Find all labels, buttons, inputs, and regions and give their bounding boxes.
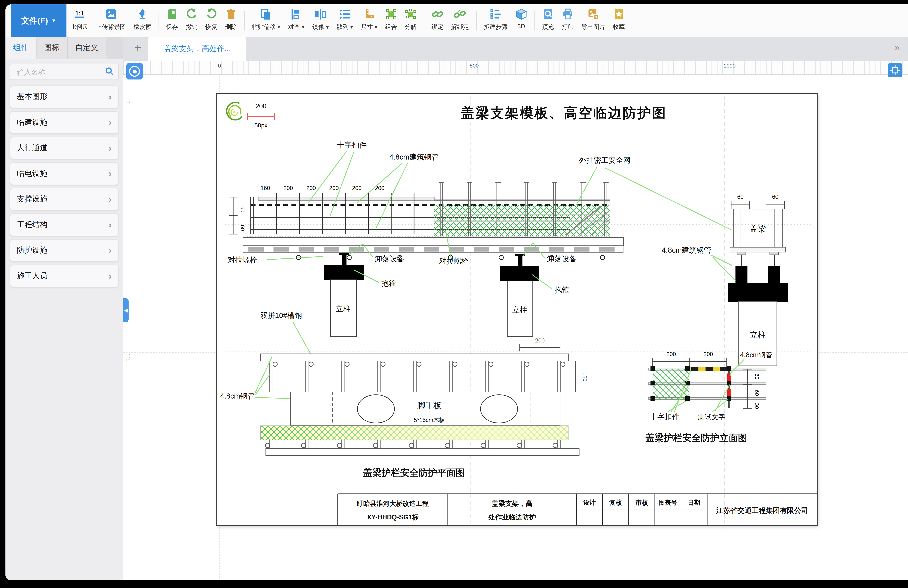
- search-input[interactable]: [16, 67, 100, 77]
- toolbar-button-label: 散列 ▾: [336, 23, 353, 31]
- ruler-mark: 0: [218, 63, 221, 69]
- chevron-right-icon: ›: [108, 168, 112, 180]
- add-tab-button[interactable]: +: [131, 42, 145, 56]
- svg-text:4.8cm建筑钢管: 4.8cm建筑钢管: [662, 246, 711, 254]
- pan-tool-button[interactable]: [126, 63, 143, 79]
- drawing-title: 盖梁支架模板、高空临边防护图: [461, 105, 667, 120]
- toolbar-button-bind[interactable]: 绑定: [428, 4, 447, 37]
- toolbar-button-scale-1-1[interactable]: 1:1比例尺: [66, 4, 92, 37]
- caret-down-icon: ▼: [51, 18, 56, 23]
- toolbar-button-label: 分解: [405, 23, 417, 31]
- chevron-right-icon: ›: [108, 194, 112, 205]
- toolbar-button-paste-offset[interactable]: 粘贴偏移 ▾: [248, 4, 284, 37]
- drawing-canvas[interactable]: 0 500 1000 0 500: [123, 61, 908, 580]
- detail-caption: 盖梁护栏安全防护立面图: [646, 433, 747, 443]
- export-image-icon: [587, 8, 599, 20]
- svg-text:200: 200: [256, 102, 266, 110]
- svg-text:图表号: 图表号: [658, 499, 677, 506]
- toolbar-button-undo[interactable]: 撤销: [182, 4, 201, 37]
- search-box[interactable]: [10, 64, 119, 80]
- svg-text:盖梁: 盖梁: [750, 224, 766, 233]
- file-menu-label: 文件(F): [21, 16, 48, 26]
- category-label: 工程结构: [17, 220, 47, 230]
- toolbar-separator: [424, 11, 424, 31]
- toolbar-button-label: 粘贴偏移 ▾: [252, 23, 280, 31]
- sidebar-tab-组件[interactable]: 组件: [5, 37, 37, 59]
- svg-text:60: 60: [240, 225, 246, 231]
- toolbar-button-label: 上传背景图: [96, 23, 126, 31]
- upload-image-icon: [105, 8, 117, 20]
- toolbar-button-label: 预览: [542, 23, 554, 31]
- svg-text:1:1: 1:1: [75, 10, 84, 17]
- sidebar-tab-自定义[interactable]: 自定义: [68, 37, 106, 59]
- svg-text:对拉螺栓: 对拉螺栓: [439, 257, 468, 265]
- dimension-icon: [363, 8, 375, 20]
- company-logo-icon: [223, 99, 248, 123]
- sidebar-category-施工人员[interactable]: 施工人员›: [10, 265, 119, 288]
- toolbar-button-label: 镜像 ▾: [312, 23, 329, 31]
- toolbar-button-label: 解绑定: [451, 23, 469, 31]
- toolbar-separator: [534, 11, 535, 31]
- svg-text:200: 200: [306, 185, 316, 191]
- toolbar-button-export-image[interactable]: 导出图片: [578, 4, 609, 37]
- toolbar-button-upload-image[interactable]: 上传背景图: [92, 4, 130, 37]
- fit-view-button[interactable]: [888, 63, 902, 77]
- toolbar-groups: 1:1比例尺上传背景图橡皮擦保存撤销恢复删除粘贴偏移 ▾对齐 ▾镜像 ▾散列 ▾…: [66, 4, 629, 37]
- toolbar-button-unbind[interactable]: 解绑定: [447, 4, 473, 37]
- svg-text:立柱: 立柱: [750, 330, 766, 339]
- chevron-right-icon: ›: [108, 117, 112, 128]
- sidebar-collapse-handle[interactable]: ◀: [123, 298, 129, 322]
- svg-text:XY-HHDQ-SG1标: XY-HHDQ-SG1标: [367, 513, 419, 521]
- mirror-icon: [314, 8, 327, 20]
- sidebar-category-人行通道[interactable]: 人行通道›: [10, 137, 119, 159]
- sidebar-category-临电设施[interactable]: 临电设施›: [10, 162, 119, 185]
- toolbar-button-align[interactable]: 对齐 ▾: [284, 4, 309, 37]
- toolbar-button-label: 删除: [225, 23, 237, 31]
- category-label: 施工人员: [17, 271, 47, 281]
- svg-text:60: 60: [772, 193, 778, 200]
- sidebar-category-防护设施[interactable]: 防护设施›: [10, 239, 119, 262]
- toolbar-button-label: 组合: [385, 23, 397, 31]
- svg-text:十字扣件: 十字扣件: [337, 141, 367, 149]
- toolbar-button-eraser[interactable]: 橡皮擦: [130, 4, 155, 37]
- toolbar-button-print[interactable]: 打印: [558, 4, 578, 37]
- toolbar-button-redo[interactable]: 恢复: [201, 4, 221, 37]
- technical-drawing: 200 58px 盖梁支架模板、高空临边防护图 160 200 200 200 …: [217, 94, 817, 525]
- toolbar-button-dimension[interactable]: 尺寸 ▾: [357, 4, 382, 37]
- ruler-mark: 500: [125, 352, 131, 361]
- toolbar-button-label: 恢复: [205, 23, 217, 31]
- document-tab-active[interactable]: 盖梁支架，高处作...: [148, 37, 246, 61]
- toolbar-separator: [476, 11, 477, 31]
- toolbar-button-save[interactable]: 保存: [163, 4, 182, 37]
- file-menu-button[interactable]: 文件(F) ▼: [11, 4, 66, 37]
- toolbar-button-delete[interactable]: 删除: [221, 4, 241, 37]
- sidebar-tab-图标[interactable]: 图标: [37, 37, 68, 59]
- toolbar-button-ungroup[interactable]: 分解: [401, 4, 420, 37]
- toolbar-button-preview[interactable]: 预览: [538, 4, 558, 37]
- tab-overflow-icon[interactable]: »: [895, 42, 900, 53]
- sidebar-category-基本图形[interactable]: 基本图形›: [10, 85, 119, 108]
- sidebar-category-临建设施[interactable]: 临建设施›: [10, 111, 119, 134]
- toolbar-button-distribute[interactable]: 散列 ▾: [333, 4, 357, 37]
- svg-text:江苏省交通工程集团有限公司: 江苏省交通工程集团有限公司: [716, 506, 808, 514]
- svg-text:外挂密工安全网: 外挂密工安全网: [579, 156, 631, 164]
- chevron-right-icon: ›: [108, 270, 112, 282]
- sidebar-category-工程结构[interactable]: 工程结构›: [10, 214, 119, 236]
- toolbar-button-label: 尺寸 ▾: [361, 23, 378, 31]
- toolbar-button-mirror[interactable]: 镜像 ▾: [308, 4, 333, 37]
- toolbar-button-favorite[interactable]: 收藏: [609, 4, 629, 37]
- toolbar-button-group[interactable]: 组合: [382, 4, 401, 37]
- toolbar: 文件(F) ▼ 1:1比例尺上传背景图橡皮擦保存撤销恢复删除粘贴偏移 ▾对齐 ▾…: [5, 4, 908, 38]
- sidebar-category-支撑设施[interactable]: 支撑设施›: [10, 188, 119, 211]
- toolbar-button-label: 导出图片: [581, 23, 605, 31]
- drawing-paper[interactable]: 200 58px 盖梁支架模板、高空临边防护图 160 200 200 200 …: [217, 94, 817, 525]
- document-tabstrip: + 盖梁支架，高处作... »: [123, 37, 908, 61]
- toolbar-button-label: 保存: [166, 23, 178, 31]
- svg-text:30: 30: [754, 403, 760, 409]
- svg-text:60: 60: [240, 206, 246, 212]
- toolbar-button-label: 撤销: [186, 23, 198, 31]
- delete-icon: [225, 8, 237, 20]
- toolbar-button-cube-3d[interactable]: 3D: [512, 4, 531, 37]
- distribute-icon: [339, 8, 351, 20]
- toolbar-button-steps[interactable]: 拆建步骤: [480, 4, 512, 37]
